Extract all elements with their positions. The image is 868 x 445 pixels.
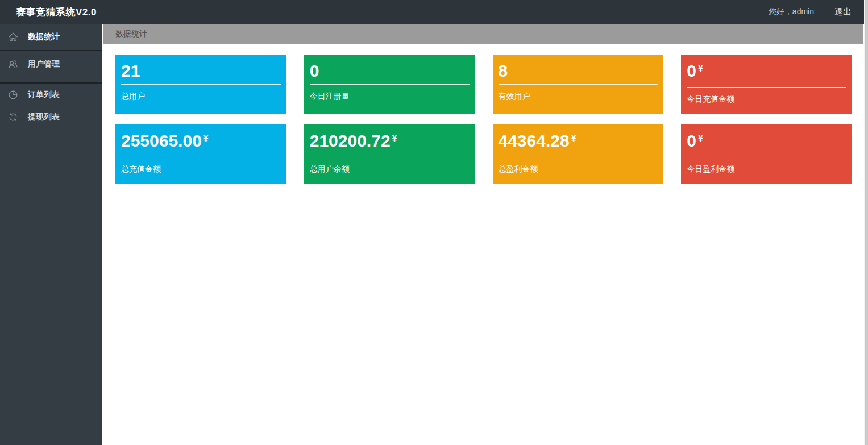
sidebar-spacer <box>0 77 102 82</box>
users-icon <box>7 59 19 70</box>
user-greeting: 您好，admin <box>769 7 814 17</box>
stat-card-today-recharge: 0¥ 今日充值金额 <box>681 55 852 114</box>
card-divider-line <box>499 84 658 85</box>
stat-value: 0¥ <box>687 61 846 84</box>
stats-card-grid: 21 总用户 0 今日注册量 8 有效用户 0¥ 今日充值金额 255065.0 <box>103 44 863 184</box>
card-divider-line <box>121 157 281 157</box>
stat-value: 21 <box>121 61 281 81</box>
stat-card-total-users: 21 总用户 <box>115 55 286 114</box>
sidebar-item-label: 数据统计 <box>28 32 60 42</box>
sidebar-item-data-stats[interactable]: 数据统计 <box>0 24 102 50</box>
card-divider-line <box>687 87 846 88</box>
breadcrumb-bar: 数据统计 <box>103 24 863 44</box>
stat-value: 255065.00¥ <box>121 131 281 154</box>
vertical-scrollbar[interactable] <box>864 0 868 445</box>
card-divider-line <box>310 157 470 157</box>
sidebar-nav: 数据统计 用户管理 <box>0 24 102 445</box>
stat-value: 210200.72¥ <box>310 131 470 154</box>
sidebar-item-withdraw-list[interactable]: 提现列表 <box>0 106 102 128</box>
stat-card-today-profit: 0¥ 今日盈利金额 <box>681 124 852 184</box>
card-divider-line <box>499 157 658 157</box>
stat-card-total-profit: 44364.28¥ 总盈利金额 <box>493 124 664 184</box>
stat-label: 总用户 <box>121 92 281 102</box>
stat-label: 今日充值金额 <box>687 94 846 105</box>
stat-label: 总用户余额 <box>310 164 470 174</box>
currency-symbol: ¥ <box>203 128 209 149</box>
stat-label: 总充值金额 <box>121 164 281 174</box>
pie-chart-icon <box>7 89 19 101</box>
card-divider-line <box>121 84 281 85</box>
stat-label: 今日注册量 <box>310 92 470 102</box>
app-title: 赛事竞猜系统V2.0 <box>0 6 97 19</box>
stat-value: 0¥ <box>687 131 846 154</box>
scrollbar-thumb[interactable] <box>865 0 868 445</box>
sidebar-item-label: 订单列表 <box>28 90 60 100</box>
card-divider-line <box>687 157 846 157</box>
currency-symbol: ¥ <box>571 128 576 149</box>
stat-card-valid-users: 8 有效用户 <box>493 55 664 114</box>
app-root: 赛事竞猜系统V2.0 您好，admin 退出 数据统计 <box>0 0 868 445</box>
stat-value: 44364.28¥ <box>499 131 658 154</box>
currency-symbol: ¥ <box>392 128 397 149</box>
stat-value: 0 <box>310 61 470 81</box>
currency-symbol: ¥ <box>698 128 703 149</box>
card-divider-line <box>310 84 470 85</box>
stat-card-total-recharge: 255065.00¥ 总充值金额 <box>115 124 286 184</box>
top-header-bar: 赛事竞猜系统V2.0 您好，admin 退出 <box>0 0 864 24</box>
sidebar-item-label: 用户管理 <box>28 59 60 69</box>
home-icon <box>7 31 19 43</box>
stat-label: 今日盈利金额 <box>687 164 846 174</box>
sidebar-item-label: 提现列表 <box>28 112 60 122</box>
currency-symbol: ¥ <box>698 59 703 79</box>
header-right-group: 您好，admin 退出 <box>769 7 864 18</box>
stat-value: 8 <box>499 61 658 81</box>
main-content: 数据统计 21 总用户 0 今日注册量 8 有效用户 0¥ 今日充值金额 <box>103 24 863 445</box>
stat-label: 有效用户 <box>499 92 658 102</box>
sidebar-item-user-management[interactable]: 用户管理 <box>0 51 102 77</box>
logout-button[interactable]: 退出 <box>834 7 852 18</box>
breadcrumb-title: 数据统计 <box>115 29 147 39</box>
sidebar-item-order-list[interactable]: 订单列表 <box>0 84 102 106</box>
refresh-icon <box>7 111 19 123</box>
stat-card-today-registrations: 0 今日注册量 <box>304 55 475 114</box>
stat-label: 总盈利金额 <box>499 164 658 174</box>
stat-card-total-user-balance: 210200.72¥ 总用户余额 <box>304 124 475 184</box>
